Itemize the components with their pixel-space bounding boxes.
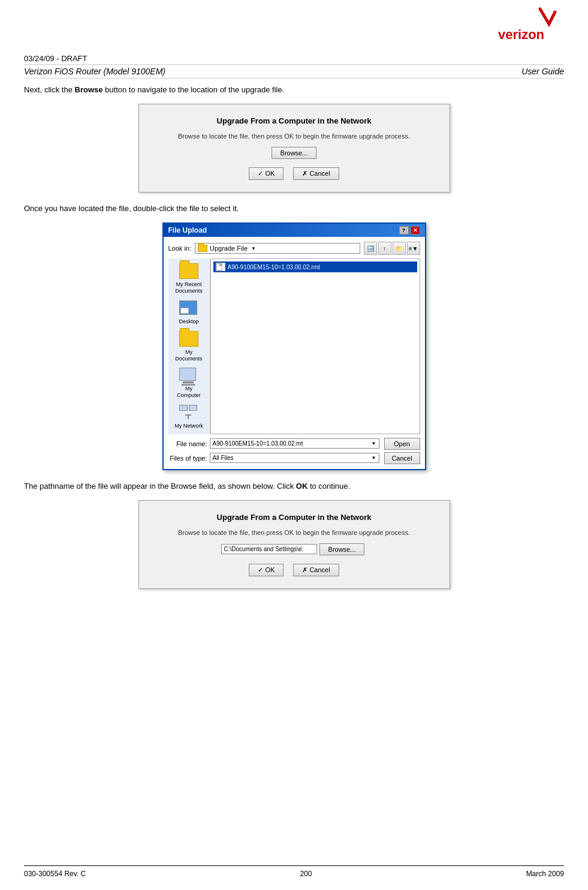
views-btn[interactable]: ≡▼: [407, 242, 420, 255]
upgrade-dialog-2-subtitle: Browse to locate the file, then press OK…: [157, 529, 432, 536]
dropdown-arrow: ▼: [251, 246, 256, 251]
ok-cancel-row-2: ✓ OK ✗ Cancel: [157, 564, 432, 576]
filename-arrow: ▼: [372, 441, 376, 446]
browse-button-2[interactable]: Browse...: [319, 543, 365, 555]
ok-button-1[interactable]: ✓ OK: [249, 167, 284, 180]
mynetwork-icon: [179, 405, 198, 422]
titlebar-controls: ? ✕: [399, 226, 420, 234]
file-item-name: A90-9100EM15-10=1.03.00.02.rmt: [228, 264, 320, 270]
browse-button-1[interactable]: Browse...: [272, 147, 317, 159]
file-upload-titlebar: File Upload ? ✕: [164, 224, 425, 237]
toolbar-icons: 🔙 ↑ 📁 ≡▼: [364, 242, 420, 255]
filetype-label: Files of type:: [168, 455, 207, 462]
file-upload-body: Look in: Upgrade File ▼ 🔙 ↑ 📁 ≡▼: [164, 237, 425, 468]
filename-row: File name: A90-9100EM15-10=1.03.00.02.mt…: [168, 438, 420, 450]
browse-btn-row-1: Browse...: [157, 147, 432, 159]
lookin-row: Look in: Upgrade File ▼ 🔙 ↑ 📁 ≡▼: [168, 242, 420, 255]
sidebar-item-recent[interactable]: My RecentDocuments: [175, 263, 203, 294]
cancel-button-2[interactable]: ✗ Cancel: [293, 564, 339, 576]
sidebar-panel: My RecentDocuments Desktop: [168, 258, 210, 434]
lookin-value: Upgrade File: [210, 245, 248, 252]
filetype-row: Files of type: All Files ▼ Cancel: [168, 452, 420, 464]
page-container: verizon 03/24/09 - DRAFT Verizon FiOS Ro…: [0, 0, 588, 890]
help-btn[interactable]: ?: [399, 226, 409, 234]
instruction1: Next, click the Browse button to navigat…: [24, 85, 564, 95]
filename-field[interactable]: A90-9100EM15-10=1.03.00.02.mt ▼: [210, 438, 379, 449]
page-footer: 030-300554 Rev. C 200 March 2009: [24, 865, 564, 878]
desktop-label: Desktop: [179, 318, 198, 325]
verizon-logo: verizon: [492, 6, 564, 48]
footer-left: 030-300554 Rev. C: [24, 870, 86, 878]
recent-icon: [179, 263, 198, 280]
instruction2: Once you have located the file, double-c…: [24, 203, 564, 214]
sidebar-item-mydocs[interactable]: MyDocuments: [175, 331, 203, 362]
path-field[interactable]: C:\Documents and Settings\e:: [221, 544, 317, 554]
screenshot-upgrade-1: Upgrade From a Computer in the Network B…: [24, 104, 564, 193]
filename-label: File name:: [168, 440, 207, 447]
doc-title: Verizon FiOS Router (Model 9100EM): [24, 67, 165, 76]
open-button[interactable]: Open: [384, 438, 420, 450]
draft-line: 03/24/09 - DRAFT: [24, 54, 564, 63]
mynetwork-label: My Network: [174, 423, 203, 429]
desktop-icon: [179, 300, 198, 317]
file-upload-title: File Upload: [168, 226, 207, 234]
file-upload-dialog: File Upload ? ✕ Look in: Upgrade File ▼: [162, 222, 426, 470]
file-area: A90-9100EM15-10=1.03.00.02.rmt: [210, 258, 420, 434]
lookin-label: Look in:: [168, 245, 192, 252]
ok-button-2[interactable]: ✓ OK: [249, 564, 284, 576]
file-upload-main: My RecentDocuments Desktop: [168, 258, 420, 434]
upgrade-dialog-1-title: Upgrade From a Computer in the Network: [157, 116, 432, 125]
sidebar-item-mycomputer[interactable]: MyComputer: [177, 368, 201, 399]
upgrade-dialog-1-subtitle: Browse to locate the file, then press OK…: [157, 133, 432, 140]
create-folder-btn[interactable]: 📁: [393, 242, 406, 255]
filetype-arrow: ▼: [372, 455, 376, 461]
sidebar-item-mynetwork[interactable]: My Network: [174, 405, 203, 429]
cancel-button-fu[interactable]: Cancel: [384, 452, 420, 464]
upgrade-dialog-2: Upgrade From a Computer in the Network B…: [138, 500, 450, 589]
mydocs-label: MyDocuments: [175, 349, 203, 362]
header: verizon: [24, 0, 564, 51]
sidebar-item-desktop[interactable]: Desktop: [179, 300, 198, 325]
recent-label: My RecentDocuments: [175, 281, 203, 294]
mycomputer-label: MyComputer: [177, 386, 201, 399]
lookin-dropdown[interactable]: Upgrade File ▼: [195, 243, 360, 254]
bottom-row: File name: A90-9100EM15-10=1.03.00.02.mt…: [168, 438, 420, 464]
upgrade-dialog-2-title: Upgrade From a Computer in the Network: [157, 513, 432, 522]
instruction3: The pathname of the file will appear in …: [24, 481, 564, 492]
open-cancel-col: Open: [384, 438, 420, 450]
close-btn[interactable]: ✕: [411, 226, 420, 234]
svg-text:verizon: verizon: [498, 27, 544, 42]
screenshot-upgrade-2: Upgrade From a Computer in the Network B…: [24, 500, 564, 589]
footer-right: March 2009: [526, 870, 564, 878]
mycomputer-icon: [179, 368, 198, 384]
cancel-col: Cancel: [384, 452, 420, 464]
mydocs-icon: [179, 331, 198, 348]
footer-center: 200: [300, 870, 312, 878]
folder-icon-small: [198, 245, 207, 252]
upgrade-dialog-1: Upgrade From a Computer in the Network B…: [138, 104, 450, 193]
nav-back-btn[interactable]: 🔙: [364, 242, 377, 255]
file-item[interactable]: A90-9100EM15-10=1.03.00.02.rmt: [213, 261, 417, 272]
file-item-icon: [216, 263, 225, 271]
screenshot-file-upload: File Upload ? ✕ Look in: Upgrade File ▼: [24, 222, 564, 470]
cancel-button-1[interactable]: ✗ Cancel: [293, 167, 339, 180]
doc-type: User Guide: [521, 67, 564, 76]
filetype-field[interactable]: All Files ▼: [210, 453, 379, 463]
ok-cancel-row-1: ✓ OK ✗ Cancel: [157, 167, 432, 180]
nav-up-btn[interactable]: ↑: [378, 242, 391, 255]
doc-title-bar: Verizon FiOS Router (Model 9100EM) User …: [24, 64, 564, 79]
filename-value: A90-9100EM15-10=1.03.00.02.mt: [213, 440, 303, 447]
filetype-value: All Files: [213, 455, 234, 461]
path-browse-row: C:\Documents and Settings\e: Browse...: [157, 543, 432, 555]
